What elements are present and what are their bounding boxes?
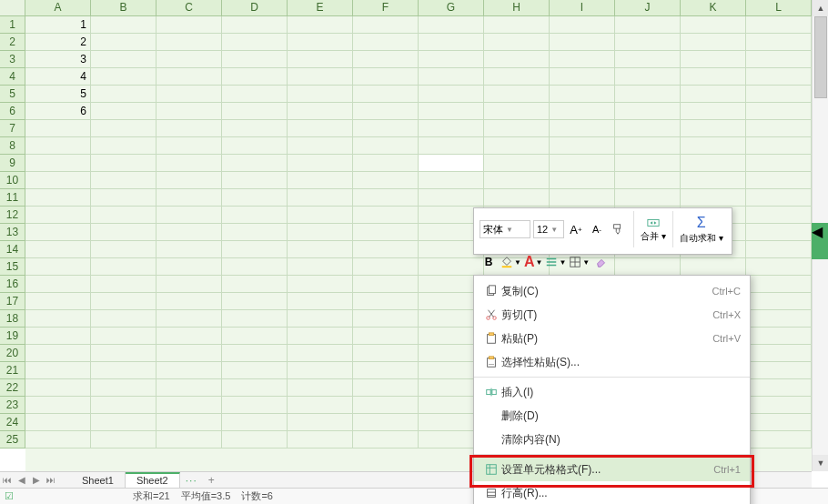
font-color-button[interactable]: A▼: [524, 253, 542, 271]
cell-C8[interactable]: [157, 137, 222, 155]
cell-D21[interactable]: [222, 362, 288, 379]
cell-A7[interactable]: [25, 120, 91, 137]
cell-K6[interactable]: [681, 103, 746, 120]
cell-J11[interactable]: [615, 189, 681, 207]
tab-more[interactable]: ···: [180, 474, 203, 487]
side-panel-toggle[interactable]: ◀: [812, 223, 828, 259]
cell-L23[interactable]: [746, 397, 812, 414]
context-menu-item-insert[interactable]: 插入(I): [474, 380, 750, 404]
cell-D7[interactable]: [222, 120, 288, 137]
cell-E17[interactable]: [288, 293, 353, 310]
cell-A13[interactable]: [25, 224, 91, 241]
cell-G2[interactable]: [419, 34, 484, 51]
align-button[interactable]: ▼: [545, 253, 566, 271]
tab-nav-next[interactable]: ▶: [29, 473, 44, 488]
cell-L9[interactable]: [746, 155, 812, 172]
cell-L21[interactable]: [746, 362, 812, 379]
scroll-down-button[interactable]: ▼: [813, 455, 828, 471]
cell-B19[interactable]: [91, 328, 157, 345]
cell-L12[interactable]: [746, 207, 812, 224]
cell-A2[interactable]: 2: [25, 34, 91, 51]
cell-C20[interactable]: [157, 345, 222, 362]
cell-L4[interactable]: [746, 68, 812, 86]
increase-font-button[interactable]: A+: [567, 220, 585, 238]
cell-G15[interactable]: [419, 258, 484, 276]
cell-F13[interactable]: [353, 224, 419, 241]
cell-L10[interactable]: [746, 172, 812, 189]
cell-L20[interactable]: [746, 345, 812, 362]
cell-A5[interactable]: 5: [25, 86, 91, 103]
column-header-D[interactable]: D: [222, 0, 288, 16]
cell-E2[interactable]: [288, 34, 353, 51]
row-header-21[interactable]: 21: [0, 362, 25, 379]
cell-F19[interactable]: [353, 328, 419, 345]
cell-L2[interactable]: [746, 34, 812, 51]
cell-E21[interactable]: [288, 362, 353, 379]
cell-L11[interactable]: [746, 189, 812, 207]
cell-K11[interactable]: [681, 189, 746, 207]
clear-format-button[interactable]: [592, 253, 611, 271]
format-painter-button[interactable]: [609, 220, 627, 238]
cell-J10[interactable]: [615, 172, 681, 189]
cell-K9[interactable]: [681, 155, 746, 172]
cell-G10[interactable]: [419, 172, 484, 189]
cell-C12[interactable]: [157, 207, 222, 224]
cell-C13[interactable]: [157, 224, 222, 241]
cell-E5[interactable]: [288, 86, 353, 103]
cell-F4[interactable]: [353, 68, 419, 86]
cell-D11[interactable]: [222, 189, 288, 207]
context-menu-item-6[interactable]: 清除内容(N): [474, 428, 750, 451]
cell-C1[interactable]: [157, 16, 222, 34]
cell-C5[interactable]: [157, 86, 222, 103]
tab-nav-prev[interactable]: ◀: [15, 473, 29, 488]
cell-J9[interactable]: [615, 155, 681, 172]
row-header-20[interactable]: 20: [0, 345, 25, 362]
cell-C9[interactable]: [157, 155, 222, 172]
row-header-2[interactable]: 2: [0, 34, 25, 51]
cell-H10[interactable]: [484, 172, 550, 189]
column-header-E[interactable]: E: [288, 0, 353, 16]
cell-F23[interactable]: [353, 397, 419, 414]
cell-G7[interactable]: [419, 120, 484, 137]
cell-B8[interactable]: [91, 137, 157, 155]
cell-B4[interactable]: [91, 68, 157, 86]
cell-C17[interactable]: [157, 293, 222, 310]
cell-L16[interactable]: [746, 276, 812, 293]
cell-I1[interactable]: [550, 16, 615, 34]
cell-L3[interactable]: [746, 51, 812, 68]
cell-F9[interactable]: [353, 155, 419, 172]
cell-H9[interactable]: [484, 155, 550, 172]
cell-G8[interactable]: [419, 137, 484, 155]
cell-A12[interactable]: [25, 207, 91, 224]
cell-A16[interactable]: [25, 276, 91, 293]
cell-B1[interactable]: [91, 16, 157, 34]
cell-E7[interactable]: [288, 120, 353, 137]
cell-K2[interactable]: [681, 34, 746, 51]
row-header-25[interactable]: 25: [0, 431, 25, 449]
cell-F16[interactable]: [353, 276, 419, 293]
context-menu-item-cut[interactable]: 剪切(T)Ctrl+X: [474, 303, 750, 327]
cell-F24[interactable]: [353, 414, 419, 431]
cell-C19[interactable]: [157, 328, 222, 345]
cell-C7[interactable]: [157, 120, 222, 137]
cell-H7[interactable]: [484, 120, 550, 137]
cell-H4[interactable]: [484, 68, 550, 86]
cell-B12[interactable]: [91, 207, 157, 224]
cell-A25[interactable]: [25, 431, 91, 449]
column-header-F[interactable]: F: [353, 0, 419, 16]
decrease-font-button[interactable]: A-: [588, 220, 606, 238]
cell-D10[interactable]: [222, 172, 288, 189]
cell-J7[interactable]: [615, 120, 681, 137]
column-header-C[interactable]: C: [157, 0, 222, 16]
merge-cells-button[interactable]: 合并 ▾: [641, 217, 666, 243]
tab-nav-last[interactable]: ⏭: [44, 473, 58, 488]
cell-D17[interactable]: [222, 293, 288, 310]
cell-G11[interactable]: [419, 189, 484, 207]
cell-B2[interactable]: [91, 34, 157, 51]
cell-E13[interactable]: [288, 224, 353, 241]
cell-G1[interactable]: [419, 16, 484, 34]
cell-B3[interactable]: [91, 51, 157, 68]
cell-D9[interactable]: [222, 155, 288, 172]
cell-F21[interactable]: [353, 362, 419, 379]
cell-G5[interactable]: [419, 86, 484, 103]
